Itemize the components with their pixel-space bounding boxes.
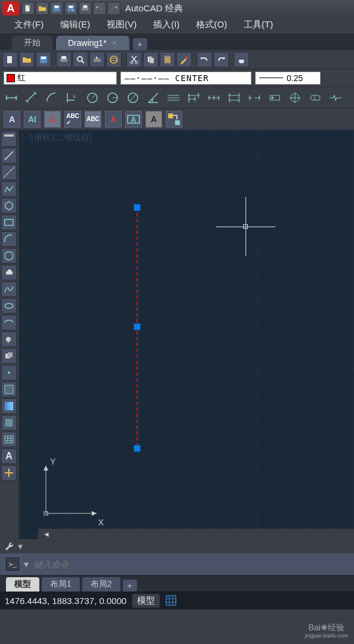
tb-paste[interactable] — [160, 52, 175, 67]
dim-break[interactable] — [246, 89, 263, 107]
dim-radius[interactable] — [83, 89, 101, 107]
draw-spline[interactable] — [1, 281, 17, 297]
dim-angular[interactable] — [144, 89, 162, 107]
tab-model[interactable]: 模型 — [6, 577, 39, 592]
draw-ellipse[interactable] — [1, 298, 17, 314]
menu-tools[interactable]: 工具(T) — [235, 17, 281, 33]
dim-baseline[interactable] — [185, 89, 203, 107]
grip-top[interactable] — [133, 204, 141, 211]
tab-add[interactable]: + — [133, 38, 147, 50]
txt-convert[interactable] — [166, 111, 182, 128]
tb-preview[interactable] — [73, 52, 88, 67]
dim-center[interactable] — [286, 89, 304, 107]
draw-arc[interactable] — [1, 231, 17, 247]
tb-copy[interactable] — [143, 52, 159, 67]
draw-xline[interactable] — [1, 165, 17, 180]
dim-jogged[interactable] — [104, 89, 122, 107]
grip-mid[interactable] — [133, 323, 141, 330]
draw-point[interactable] — [1, 365, 17, 380]
txt-field[interactable]: A — [145, 111, 162, 128]
tb-save[interactable] — [36, 52, 51, 67]
draw-text[interactable]: A — [1, 448, 17, 464]
tb-open[interactable] — [19, 52, 35, 67]
tb-publish[interactable] — [89, 52, 105, 67]
tb-matchprop[interactable] — [176, 52, 192, 67]
menu-insert[interactable]: 插入(I) — [145, 17, 188, 33]
draw-rect[interactable] — [1, 215, 17, 230]
status-model[interactable]: 模型 — [132, 594, 160, 608]
draw-circle[interactable] — [1, 248, 17, 264]
tb-print[interactable] — [56, 52, 72, 67]
dim-tolerance[interactable] — [266, 89, 284, 107]
txt-mtext[interactable]: A — [4, 111, 20, 128]
draw-table[interactable] — [1, 432, 17, 447]
tb-redo2[interactable] — [213, 52, 229, 67]
dim-linear[interactable] — [2, 89, 20, 107]
app-logo[interactable]: A — [2, 1, 19, 16]
cmd-prompt-icon[interactable]: ≻_ — [6, 558, 19, 571]
txt-style[interactable]: A — [44, 111, 61, 128]
close-icon[interactable]: ✕ — [111, 39, 117, 47]
cmd-options[interactable]: ▾ — [0, 539, 354, 553]
draw-polygon[interactable] — [1, 198, 17, 213]
color-select[interactable]: 红 — [4, 72, 117, 85]
tb-new[interactable] — [2, 52, 18, 67]
command-line[interactable]: ≻_ ▾ — [0, 553, 354, 575]
qat-print[interactable] — [79, 2, 92, 15]
qat-undo[interactable] — [93, 2, 106, 15]
command-input[interactable] — [33, 559, 348, 569]
dim-inspect[interactable]: 1 — [306, 89, 324, 107]
tb-cut[interactable] — [126, 52, 142, 67]
dim-diameter[interactable] — [124, 89, 142, 107]
dim-continue[interactable] — [205, 89, 223, 107]
txt-scale[interactable]: A — [105, 111, 122, 128]
tb-pan[interactable] — [234, 52, 249, 67]
qat-new[interactable] — [21, 2, 35, 15]
txt-justify[interactable]: A — [125, 111, 142, 128]
draw-pline[interactable] — [1, 181, 17, 197]
dim-space[interactable] — [225, 89, 243, 107]
draw-ellarc[interactable] — [1, 315, 17, 330]
h-scrollbar[interactable]: ◄ — [38, 528, 354, 539]
dim-quick[interactable] — [164, 89, 182, 107]
dim-aligned[interactable] — [23, 89, 41, 107]
menu-edit[interactable]: 编辑(E) — [52, 17, 98, 33]
scroll-left-icon[interactable]: ◄ — [43, 530, 50, 538]
tab-drawing1[interactable]: Drawing1* ✕ — [56, 36, 129, 50]
draw-hatch[interactable] — [1, 382, 17, 397]
qat-open[interactable] — [36, 2, 49, 15]
draw-gradient[interactable] — [1, 398, 17, 414]
draw-line[interactable] — [1, 148, 17, 163]
tb-undo2[interactable] — [197, 52, 212, 67]
status-grid-icon[interactable] — [166, 595, 176, 606]
dim-arc[interactable] — [43, 89, 61, 107]
tab-layout2[interactable]: 布局2 — [82, 577, 120, 592]
layout-add[interactable]: + — [123, 580, 137, 592]
draw-revcloud[interactable] — [1, 265, 17, 280]
lineweight-select[interactable]: 0.25 — [255, 72, 321, 85]
qat-redo[interactable] — [107, 2, 120, 15]
txt-find[interactable]: ABC — [85, 111, 101, 128]
tb-3d[interactable] — [106, 52, 122, 67]
dim-ordinate[interactable]: E — [63, 89, 81, 107]
viewport-label[interactable]: [–][俯视][二维线框] — [21, 132, 92, 143]
menu-view[interactable]: 视图(V) — [98, 17, 145, 33]
draw-region[interactable] — [1, 415, 17, 431]
draw-ruler[interactable] — [1, 131, 17, 147]
draw-block[interactable] — [1, 348, 17, 364]
txt-spell[interactable]: ABC✓ — [64, 111, 81, 128]
tab-layout1[interactable]: 布局1 — [42, 577, 80, 592]
linetype-select[interactable]: ——·——·—— CENTER — [120, 72, 251, 85]
grip-bot[interactable] — [133, 445, 141, 452]
dim-joglin[interactable] — [327, 89, 344, 107]
ucs-icon[interactable]: X Y — [37, 457, 103, 525]
menu-file[interactable]: 文件(F) — [6, 17, 52, 33]
draw-insert[interactable] — [1, 332, 17, 347]
drawing-canvas[interactable]: [–][俯视][二维线框] X Y ◄ — [19, 130, 354, 539]
draw-add[interactable] — [1, 465, 17, 481]
qat-save[interactable] — [50, 2, 63, 15]
tab-start[interactable]: 开始 — [12, 36, 52, 50]
txt-dtext[interactable]: AI — [24, 111, 41, 128]
qat-saveas[interactable] — [64, 2, 77, 15]
menu-format[interactable]: 格式(O) — [188, 17, 235, 33]
